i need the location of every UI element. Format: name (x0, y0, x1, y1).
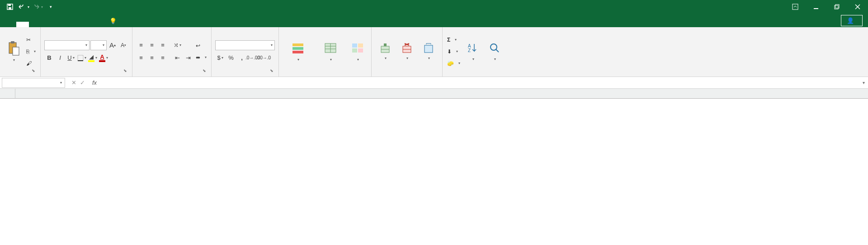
wrap-text-button[interactable]: ↩ (195, 40, 208, 51)
bold-button[interactable]: B (44, 53, 54, 63)
copy-button[interactable]: ⎘▾ (25, 46, 37, 57)
find-select-button[interactable]: ▾ (485, 29, 505, 74)
svg-rect-22 (358, 43, 363, 48)
svg-rect-10 (11, 41, 14, 43)
clear-button[interactable]: 🧽▾ (446, 58, 461, 69)
group-editing: Σ▾ ⬇▾ 🧽▾ AZ ▾ ▾ (443, 27, 508, 77)
format-cells-button[interactable]: ▾ (419, 29, 439, 74)
tab-insert[interactable] (29, 22, 42, 27)
orientation-button[interactable]: ⤭▾ (172, 40, 182, 50)
autosum-button[interactable]: Σ▾ (446, 34, 461, 45)
svg-rect-2 (9, 7, 11, 10)
group-clipboard: ▾ ✂ ⎘▾ 🖌 ⬊ (0, 27, 41, 77)
increase-indent-button[interactable]: ⇥ (183, 53, 193, 63)
tab-page-layout[interactable] (42, 22, 54, 27)
expand-formula-bar-button[interactable]: ▾ (859, 80, 868, 85)
font-name-combo[interactable]: ▾ (44, 40, 90, 50)
svg-rect-16 (292, 51, 303, 53)
fill-color-button[interactable]: ◢▾ (88, 53, 98, 63)
align-right-button[interactable]: ≡ (158, 53, 168, 63)
redo-button[interactable]: ▾ (31, 0, 43, 13)
align-left-button[interactable]: ≡ (136, 53, 146, 63)
italic-button[interactable]: I (55, 53, 65, 63)
tab-file[interactable] (4, 22, 16, 27)
group-styles: ▾ ▾ ▾ (279, 27, 372, 77)
align-center-button[interactable]: ≡ (147, 53, 157, 63)
tab-view[interactable] (92, 22, 105, 27)
underline-button[interactable]: U▾ (66, 53, 76, 63)
align-top-button[interactable]: ≡ (136, 40, 146, 50)
svg-rect-27 (384, 43, 387, 46)
align-middle-button[interactable]: ≡ (147, 40, 157, 50)
fill-down-icon: ⬇ (447, 48, 452, 55)
tell-me-box[interactable]: 💡 (105, 15, 124, 27)
percent-button[interactable]: % (226, 53, 236, 63)
tab-review[interactable] (80, 22, 92, 27)
insert-cells-button[interactable]: ▾ (375, 29, 395, 74)
conditional-formatting-button[interactable]: ▾ (283, 29, 313, 74)
svg-line-36 (496, 49, 499, 52)
clipboard-dialog-launcher[interactable]: ⬊ (30, 68, 37, 75)
scissors-icon: ✂ (26, 37, 31, 43)
alignment-dialog-launcher[interactable]: ⬊ (201, 68, 208, 75)
svg-rect-23 (352, 48, 357, 53)
undo-button[interactable]: ▾ (17, 0, 30, 13)
spreadsheet-grid: ▦▾ (0, 89, 868, 245)
group-label-font: ⬊ (44, 74, 128, 76)
cut-button[interactable]: ✂ (25, 34, 37, 45)
format-painter-button[interactable]: 🖌 (25, 58, 37, 69)
lightbulb-icon: 💡 (109, 18, 117, 24)
tab-formulas[interactable] (54, 22, 67, 27)
group-cells: ▾ ▾ ▾ (372, 27, 443, 77)
align-bottom-button[interactable]: ≡ (158, 40, 168, 50)
share-icon: 👤 (847, 17, 854, 24)
format-as-table-button[interactable]: ▾ (315, 29, 346, 74)
share-button[interactable]: 👤 (841, 15, 863, 26)
quick-access-toolbar: ▾ ▾ ▾ (0, 0, 57, 13)
number-dialog-launcher[interactable]: ⬊ (269, 68, 275, 75)
fill-button[interactable]: ⬇▾ (446, 46, 461, 57)
svg-rect-12 (78, 55, 83, 61)
enter-formula-button[interactable]: ✓ (80, 79, 85, 86)
group-alignment: ≡ ≡ ≡ ⤭▾ ≡ ≡ ≡ ⇤ ⇥ ↩ ⬌▾ ⬊ (132, 27, 212, 77)
signin-link[interactable] (830, 19, 841, 24)
font-size-combo[interactable]: ▾ (90, 40, 107, 50)
qat-customize[interactable]: ▾ (44, 0, 57, 13)
eraser-icon: 🧽 (447, 60, 454, 67)
borders-button[interactable]: ▾ (77, 53, 87, 63)
group-label-number: ⬊ (215, 74, 275, 76)
maximize-button[interactable] (826, 0, 847, 14)
save-button[interactable] (4, 0, 16, 13)
ribbon-options-button[interactable] (785, 0, 806, 14)
font-dialog-launcher[interactable]: ⬊ (122, 68, 128, 75)
grow-font-button[interactable]: A▴ (108, 40, 118, 50)
insert-function-button[interactable]: fx (90, 79, 99, 86)
tab-home[interactable] (16, 22, 29, 27)
decrease-decimal-button[interactable]: .00→.0 (259, 53, 269, 63)
sort-filter-button[interactable]: AZ ▾ (463, 29, 483, 74)
svg-rect-24 (358, 48, 363, 53)
svg-point-35 (491, 44, 497, 50)
minimize-button[interactable] (806, 0, 826, 14)
name-box[interactable]: ▾ (2, 78, 65, 88)
formula-bar: ▾ ✕ ✓ fx ▾ (0, 77, 868, 89)
group-label-clipboard: ⬊ (4, 74, 37, 76)
close-button[interactable] (847, 0, 868, 14)
brush-icon: 🖌 (26, 60, 32, 67)
cancel-formula-button[interactable]: ✕ (71, 79, 76, 86)
shrink-font-button[interactable]: A▾ (118, 40, 128, 50)
merge-center-button[interactable]: ⬌▾ (195, 52, 208, 63)
font-color-button[interactable]: A▾ (99, 53, 108, 63)
svg-rect-21 (352, 43, 357, 48)
column-headers (15, 89, 868, 99)
tab-data[interactable] (67, 22, 80, 27)
decrease-indent-button[interactable]: ⇤ (172, 53, 182, 63)
accounting-button[interactable]: $▾ (215, 53, 225, 63)
wrap-icon: ↩ (196, 43, 200, 49)
cell-styles-button[interactable]: ▾ (348, 29, 368, 74)
formula-input[interactable] (99, 78, 859, 88)
paste-button[interactable]: ▾ (4, 29, 24, 74)
delete-cells-button[interactable]: ▾ (397, 29, 417, 74)
select-all-corner[interactable] (0, 89, 15, 99)
number-format-combo[interactable]: ▾ (215, 40, 275, 50)
